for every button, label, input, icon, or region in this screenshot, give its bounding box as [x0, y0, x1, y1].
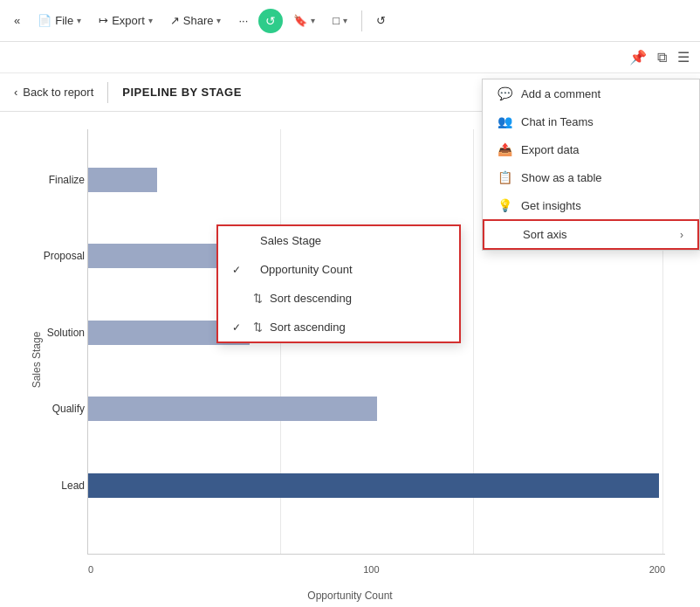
export-icon: ↦	[99, 14, 108, 27]
ctx-add-comment-label: Add a comment	[521, 87, 600, 100]
sort-check-sales-stage	[232, 235, 246, 247]
x-tick-0: 0	[88, 564, 93, 575]
top-icon-strip: 📌 ⧉ ☰	[0, 42, 700, 73]
more-btn[interactable]: ···	[231, 10, 255, 31]
x-axis-title: Opportunity Count	[0, 590, 700, 602]
ctx-show-table-label: Show as a table	[521, 171, 602, 184]
sort-label-descending: Sort descending	[270, 292, 352, 305]
bar-label-lead: Lead	[61, 479, 85, 492]
export-label: Export	[112, 14, 145, 27]
file-chevron: ▾	[77, 16, 81, 25]
sort-submenu: Sales Stage ✓ Opportunity Count ⇅ Sort d…	[216, 224, 461, 343]
chat-teams-icon: 👥	[497, 114, 512, 128]
back-nav-btn[interactable]: ↺	[369, 10, 393, 31]
bar-qualify	[88, 397, 377, 421]
sort-check-ascending: ✓	[232, 321, 246, 334]
sort-icon-ascending: ⇅	[253, 321, 263, 334]
bar-row-qualify: Qualify	[88, 392, 665, 425]
ctx-chat-teams-label: Chat in Teams	[521, 115, 594, 128]
bookmark-chevron: ▾	[311, 16, 315, 25]
sort-check-descending	[232, 293, 246, 305]
refresh-btn[interactable]: ↺	[258, 9, 283, 33]
share-chevron: ▾	[216, 16, 221, 25]
show-table-icon: 📋	[497, 170, 512, 184]
x-axis-ticks: 0 100 200	[88, 564, 665, 575]
sort-label-opportunity-count: Opportunity Count	[260, 263, 353, 276]
ctx-chat-teams[interactable]: 👥 Chat in Teams	[483, 107, 699, 135]
view-btn[interactable]: □ ▾	[326, 10, 354, 31]
sort-item-ascending[interactable]: ✓ ⇅ Sort ascending	[218, 313, 459, 341]
collapse-icon: «	[14, 14, 20, 27]
toolbar: « 📄 File ▾ ↦ Export ▾ ↗ Share ▾ ··· ↺ 🔖 …	[0, 0, 700, 42]
bar-label-qualify: Qualify	[52, 403, 85, 415]
sort-label-ascending: Sort ascending	[270, 321, 346, 334]
share-label: Share	[183, 14, 214, 27]
bar-label-solution: Solution	[47, 327, 85, 339]
share-icon: ↗	[170, 14, 180, 27]
file-btn[interactable]: 📄 File ▾	[31, 10, 88, 31]
bookmark-icon: 🔖	[293, 14, 307, 27]
copy-icon[interactable]: ⧉	[657, 50, 667, 66]
context-menu: 💬 Add a comment 👥 Chat in Teams 📤 Export…	[482, 79, 700, 251]
sort-label-sales-stage: Sales Stage	[260, 234, 321, 247]
ctx-export-data[interactable]: 📤 Export data	[483, 135, 699, 163]
back-arrow-icon: ‹	[14, 86, 17, 99]
ctx-export-data-label: Export data	[521, 143, 580, 156]
x-tick-200: 200	[649, 564, 665, 575]
sort-icon-descending: ⇅	[253, 292, 263, 305]
bar-row-lead: Lead	[88, 469, 665, 502]
bar-label-proposal: Proposal	[44, 250, 85, 262]
x-tick-100: 100	[363, 564, 379, 575]
y-axis-label: Sales Stage	[31, 331, 43, 388]
bar-finalize	[88, 168, 157, 192]
ctx-show-table[interactable]: 📋 Show as a table	[483, 163, 699, 191]
ctx-sort-axis[interactable]: Sort axis ›	[483, 219, 699, 250]
back-nav-icon: ↺	[376, 14, 386, 27]
view-chevron: ▾	[343, 16, 347, 25]
sort-item-sales-stage[interactable]: Sales Stage	[218, 226, 459, 255]
back-btn[interactable]: ‹ Back to report	[14, 86, 93, 99]
share-btn[interactable]: ↗ Share ▾	[163, 10, 229, 31]
export-btn[interactable]: ↦ Export ▾	[92, 10, 160, 31]
export-data-icon: 📤	[497, 142, 512, 156]
ctx-get-insights[interactable]: 💡 Get insights	[483, 191, 699, 219]
sort-check-opportunity-count: ✓	[232, 264, 246, 276]
get-insights-icon: 💡	[497, 198, 512, 212]
export-chevron: ▾	[148, 16, 153, 25]
bar-label-finalize: Finalize	[49, 174, 85, 186]
collapse-btn[interactable]: «	[7, 10, 27, 31]
ctx-add-comment[interactable]: 💬 Add a comment	[483, 79, 699, 107]
sort-item-opportunity-count[interactable]: ✓ Opportunity Count	[218, 255, 459, 284]
view-icon: □	[333, 14, 340, 27]
add-comment-icon: 💬	[497, 86, 512, 100]
menu-icon[interactable]: ☰	[677, 49, 690, 66]
pin-icon[interactable]: 📌	[629, 49, 647, 66]
back-label: Back to report	[23, 86, 93, 99]
bar-lead	[88, 473, 659, 498]
refresh-icon: ↺	[265, 14, 276, 28]
file-label: File	[55, 14, 73, 27]
bookmark-btn[interactable]: 🔖 ▾	[286, 10, 322, 31]
ctx-get-insights-label: Get insights	[521, 199, 581, 212]
sort-axis-arrow: ›	[680, 229, 683, 241]
toolbar-sep	[361, 10, 362, 31]
ctx-sort-axis-label: Sort axis	[523, 228, 567, 241]
file-icon: 📄	[38, 14, 51, 27]
more-icon: ···	[238, 14, 248, 27]
header-separator	[107, 82, 108, 103]
sort-item-descending[interactable]: ⇅ Sort descending	[218, 284, 459, 313]
page-title: PIPELINE BY STAGE	[122, 86, 242, 99]
